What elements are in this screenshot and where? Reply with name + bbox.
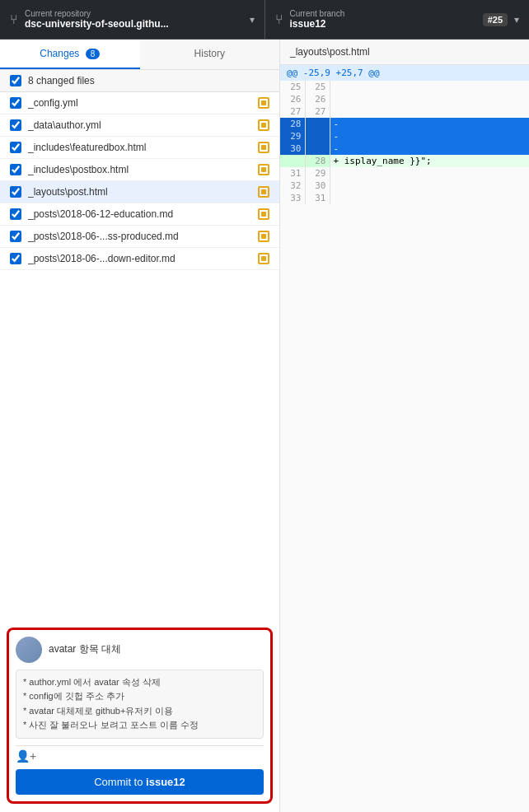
commit-title-input[interactable] (49, 644, 264, 656)
file-name: _includes\postbox.html (28, 164, 251, 175)
file-status-dot (261, 256, 266, 261)
pr-badge[interactable]: #25 (483, 13, 508, 26)
new-line-num: 25 (305, 81, 330, 93)
repo-label: Current repository (25, 9, 243, 18)
line-content (330, 81, 529, 93)
new-line-num: 28 (305, 155, 330, 167)
old-line-num: 30 (280, 142, 305, 155)
file-checkbox[interactable] (10, 208, 21, 220)
line-content (330, 105, 529, 118)
diff-row: 32 30 (280, 180, 529, 192)
select-all-checkbox[interactable] (10, 75, 21, 86)
file-item[interactable]: _includes\postbox.html (0, 159, 279, 181)
old-line-num: 25 (280, 81, 305, 93)
diff-row: 33 31 (280, 192, 529, 204)
file-checkbox[interactable] (10, 119, 21, 131)
file-item[interactable]: _data\author.yml (0, 114, 279, 137)
repo-dropdown-icon[interactable]: ▾ (250, 14, 255, 26)
file-item[interactable]: _layouts\post.html (0, 181, 279, 203)
repo-section[interactable]: ⑂ Current repository dsc-university-of-s… (0, 0, 265, 39)
file-status-dot (261, 123, 266, 128)
file-item[interactable]: _posts\2018-06-...down-editor.md (0, 248, 279, 270)
changed-files-label: 8 changed files (28, 75, 95, 86)
file-checkbox[interactable] (10, 253, 21, 264)
old-line-num (280, 155, 305, 167)
diff-row: 27 27 (280, 105, 529, 118)
file-item[interactable]: _posts\2018-06-12-education.md (0, 203, 279, 226)
file-status-dot (261, 145, 266, 150)
avatar (16, 637, 42, 663)
tab-changes[interactable]: Changes 8 (0, 40, 140, 69)
right-panel: _layouts\post.html @@ -25,9 +25,7 @@ 25 … (280, 40, 529, 812)
file-name: _posts\2018-06-...down-editor.md (28, 253, 251, 264)
commit-button[interactable]: Commit to issue12 (16, 769, 264, 795)
line-content: + isplay_name }}"; (330, 155, 529, 167)
file-status-icon (258, 97, 269, 109)
file-status-dot (261, 234, 266, 239)
diff-row: 25 25 (280, 81, 529, 93)
line-content (330, 180, 529, 192)
repo-icon: ⑂ (10, 12, 18, 27)
coauthor-icon: 👤+ (16, 749, 36, 763)
new-line-num: 30 (305, 180, 330, 192)
branch-name: issue12 (290, 18, 455, 30)
diff-hunk-header: @@ -25,9 +25,7 @@ (280, 65, 529, 81)
file-status-icon (258, 208, 269, 220)
file-checkbox[interactable] (10, 231, 21, 242)
diff-row: 30 - (280, 142, 529, 155)
file-list: _config.yml _data\author.yml _includes\f… (0, 92, 279, 619)
file-status-icon (258, 253, 269, 264)
line-content (330, 192, 529, 204)
diff-file-header: _layouts\post.html (280, 40, 529, 65)
repo-name: dsc-university-of-seoul.githu... (25, 18, 190, 30)
file-item[interactable]: _posts\2018-06-...ss-produced.md (0, 226, 279, 248)
file-checkbox[interactable] (10, 142, 21, 153)
file-name: _config.yml (28, 97, 251, 109)
branch-section[interactable]: ⑂ Current branch issue12 #25 ▾ (265, 0, 530, 39)
file-checkbox[interactable] (10, 186, 21, 198)
diff-row: 28 - (280, 118, 529, 130)
tab-bar: Changes 8 History (0, 40, 279, 70)
file-name: _data\author.yml (28, 119, 251, 131)
file-checkbox[interactable] (10, 97, 21, 109)
tab-history[interactable]: History (140, 40, 280, 69)
commit-summary-row (16, 637, 264, 663)
old-line-num: 32 (280, 180, 305, 192)
old-line-num: 31 (280, 167, 305, 180)
line-content (330, 167, 529, 180)
new-line-num (305, 142, 330, 155)
file-status-icon (258, 164, 269, 175)
file-status-dot (261, 212, 266, 217)
old-line-num: 29 (280, 130, 305, 142)
line-content: - (330, 142, 529, 155)
new-line-num: 27 (305, 105, 330, 118)
file-status-icon (258, 142, 269, 153)
coauthor-row[interactable]: 👤+ (16, 745, 264, 766)
changes-badge: 8 (86, 49, 101, 59)
file-status-dot (261, 167, 266, 172)
branch-label: Current branch (290, 9, 476, 18)
file-checkbox[interactable] (10, 164, 21, 175)
file-status-dot (261, 189, 266, 194)
old-line-num: 28 (280, 118, 305, 130)
diff-row: 29 - (280, 130, 529, 142)
commit-area: * author.yml 에서 avatar 속성 삭제* config에 깃헙… (7, 628, 273, 804)
branch-dropdown-icon[interactable]: ▾ (514, 14, 519, 26)
diff-row: 26 26 (280, 93, 529, 105)
new-line-num (305, 130, 330, 142)
file-name: _posts\2018-06-...ss-produced.md (28, 231, 251, 242)
new-line-num (305, 118, 330, 130)
file-item[interactable]: _includes\featuredbox.html (0, 137, 279, 159)
diff-row: 31 29 (280, 167, 529, 180)
changed-files-header: 8 changed files (0, 70, 279, 92)
file-name: _layouts\post.html (28, 186, 251, 198)
file-item[interactable]: _config.yml (0, 92, 279, 114)
diff-table: 25 25 26 26 27 27 28 - 29 - 30 - 28 + is… (280, 81, 529, 204)
old-line-num: 26 (280, 93, 305, 105)
old-line-num: 33 (280, 192, 305, 204)
diff-row: 28 + isplay_name }}"; (280, 155, 529, 167)
line-content: - (330, 118, 529, 130)
new-line-num: 29 (305, 167, 330, 180)
file-name: _posts\2018-06-12-education.md (28, 208, 251, 220)
diff-container[interactable]: @@ -25,9 +25,7 @@ 25 25 26 26 27 27 28 -… (280, 65, 529, 812)
